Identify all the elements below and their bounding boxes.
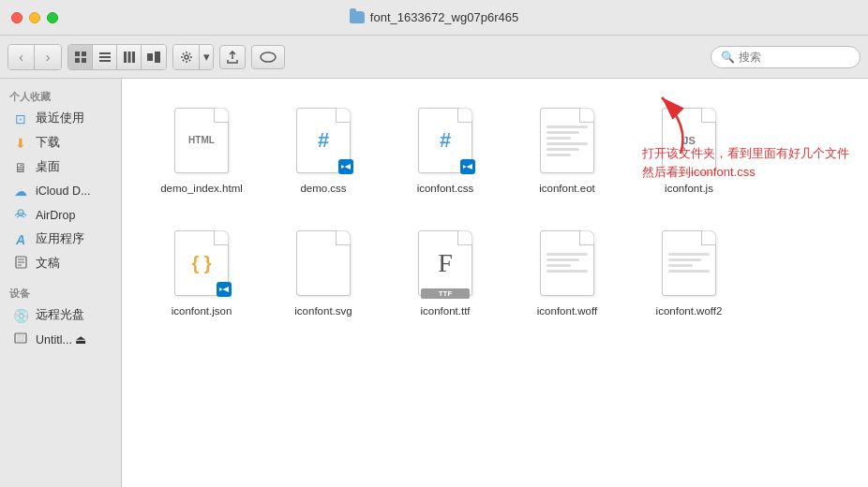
icloud-icon: ☁	[13, 184, 28, 199]
svg-rect-11	[155, 52, 160, 63]
file-name: iconfont.eot	[539, 182, 594, 196]
file-name: iconfont.css	[417, 182, 474, 196]
list-item[interactable]: iconfont.woff2	[628, 220, 750, 324]
sidebar-item-untitled[interactable]: Untitl... ⏏	[4, 328, 117, 351]
sidebar-item-remote-disk[interactable]: 💿 远程光盘	[4, 303, 117, 327]
file-icon-css1: #	[290, 103, 357, 178]
toolbar: ‹ › ▾ 🔍	[0, 36, 868, 79]
sidebar-item-apps[interactable]: A 应用程序	[4, 228, 117, 251]
file-icon-html: HTML	[168, 103, 235, 178]
gear-dropdown[interactable]: ▾	[200, 45, 213, 69]
sidebar: 个人收藏 ⊡ 最近使用 ⬇ 下载 🖥 桌面 ☁ iCloud D... AirD…	[0, 79, 122, 487]
sidebar-item-documents[interactable]: 文稿	[4, 252, 117, 275]
window-title: font_1633672_wg07p6r465	[370, 10, 518, 24]
file-name: iconfont.woff2	[656, 304, 723, 318]
airdrop-icon	[13, 207, 28, 223]
apps-icon: A	[13, 232, 28, 247]
file-name: iconfont.svg	[294, 304, 352, 318]
ttf-badge: TTF	[421, 288, 470, 299]
gear-button[interactable]	[173, 45, 200, 69]
sidebar-item-label-remote: 远程光盘	[36, 307, 84, 323]
sidebar-item-desktop[interactable]: 🖥 桌面	[4, 155, 117, 179]
documents-icon	[13, 256, 28, 272]
vscode-badge	[217, 282, 232, 297]
file-icon-eot	[533, 103, 601, 178]
sidebar-item-label-desktop: 桌面	[36, 159, 60, 175]
list-item[interactable]: # iconfont.css	[384, 97, 506, 201]
sidebar-item-label-apps: 应用程序	[36, 231, 84, 247]
search-icon: 🔍	[721, 51, 735, 64]
list-item[interactable]: F TTF iconfont.ttf	[384, 220, 506, 324]
sidebar-item-label-downloads: 下载	[36, 135, 60, 151]
share-button[interactable]	[219, 45, 246, 69]
downloads-icon: ⬇	[13, 136, 28, 151]
titlebar: font_1633672_wg07p6r465	[0, 0, 868, 36]
window-title-group: font_1633672_wg07p6r465	[350, 10, 518, 24]
nav-buttons: ‹ ›	[7, 44, 62, 70]
view-buttons	[67, 44, 167, 70]
sidebar-section-personal: 个人收藏	[0, 86, 121, 106]
svg-rect-1	[82, 52, 86, 56]
svg-point-13	[261, 52, 276, 62]
forward-button[interactable]: ›	[35, 45, 61, 69]
sidebar-section-devices: 设备	[0, 283, 121, 303]
minimize-button[interactable]	[29, 12, 40, 23]
list-item[interactable]: # demo.css	[262, 97, 384, 201]
sidebar-item-label-icloud: iCloud D...	[36, 184, 90, 198]
sidebar-item-recent[interactable]: ⊡ 最近使用	[4, 107, 117, 130]
svg-point-12	[185, 55, 188, 59]
svg-rect-8	[127, 52, 130, 63]
file-icon-woff2	[655, 226, 723, 301]
sidebar-item-label-recent: 最近使用	[36, 111, 84, 126]
sidebar-item-airdrop[interactable]: AirDrop	[4, 203, 117, 227]
sidebar-item-label-documents: 文稿	[36, 256, 60, 272]
file-name: demo.css	[300, 182, 346, 196]
sidebar-item-icloud[interactable]: ☁ iCloud D...	[4, 180, 117, 202]
svg-rect-9	[132, 52, 135, 63]
sidebar-item-label-airdrop: AirDrop	[36, 209, 75, 222]
svg-rect-7	[124, 52, 127, 63]
search-box[interactable]: 🔍	[711, 46, 861, 68]
svg-rect-4	[99, 52, 111, 54]
back-button[interactable]: ‹	[8, 45, 35, 69]
remote-disk-icon: 💿	[13, 308, 28, 323]
list-item[interactable]: JS iconfont.js	[628, 97, 750, 201]
svg-rect-3	[82, 58, 86, 63]
svg-rect-6	[99, 60, 111, 62]
list-item[interactable]: iconfont.svg	[262, 220, 384, 324]
file-icon-woff	[533, 226, 601, 301]
vscode-badge	[460, 159, 475, 174]
file-name: iconfont.js	[665, 182, 713, 196]
file-name: iconfont.woff	[537, 304, 597, 318]
file-row-2: { } iconfont.json iconfont.svg	[141, 220, 849, 324]
sidebar-item-downloads[interactable]: ⬇ 下载	[4, 131, 117, 155]
sidebar-item-label-untitled: Untitl... ⏏	[36, 332, 86, 347]
file-icon-js: JS	[655, 103, 723, 178]
main-content: 个人收藏 ⊡ 最近使用 ⬇ 下载 🖥 桌面 ☁ iCloud D... AirD…	[0, 79, 868, 487]
svg-rect-5	[99, 56, 111, 58]
desktop-icon: 🖥	[13, 160, 28, 175]
view-list-button[interactable]	[93, 45, 117, 69]
list-item[interactable]: iconfont.eot	[506, 97, 628, 201]
folder-icon	[350, 11, 365, 23]
list-item[interactable]: iconfont.woff	[506, 220, 628, 324]
file-name: iconfont.ttf	[420, 304, 470, 318]
svg-rect-20	[18, 335, 23, 341]
list-item[interactable]: { } iconfont.json	[141, 220, 262, 324]
untitled-icon	[13, 332, 28, 347]
vscode-badge	[338, 159, 353, 174]
tag-button[interactable]	[251, 45, 285, 69]
file-name: iconfont.json	[172, 304, 232, 318]
file-icon-svg	[290, 226, 357, 301]
list-item[interactable]: HTML demo_index.html	[141, 97, 262, 201]
view-icon-button[interactable]	[68, 45, 93, 69]
view-gallery-button[interactable]	[142, 45, 166, 69]
view-column-button[interactable]	[117, 45, 142, 69]
maximize-button[interactable]	[47, 12, 58, 23]
search-input[interactable]	[739, 51, 850, 64]
file-row-1: HTML demo_index.html # demo.css	[141, 97, 849, 201]
action-buttons: ▾	[172, 44, 214, 70]
svg-rect-10	[147, 53, 153, 61]
close-button[interactable]	[11, 12, 22, 23]
file-icon-json: { }	[168, 226, 235, 301]
